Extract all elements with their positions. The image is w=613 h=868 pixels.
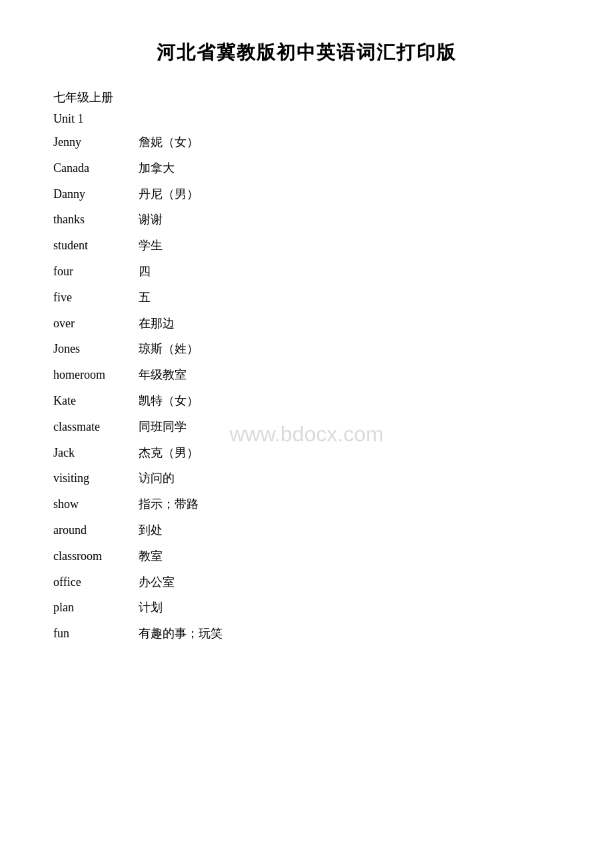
list-item: Danny丹尼（男） [53, 185, 560, 204]
vocab-chinese: 加拿大 [139, 159, 175, 178]
vocab-english: classroom [53, 547, 133, 566]
list-item: Jenny詹妮（女） [53, 133, 560, 152]
vocab-chinese: 杰克（男） [139, 443, 199, 463]
vocab-chinese: 同班同学 [139, 417, 187, 437]
list-item: Kate凯特（女） [53, 391, 560, 411]
vocab-english: show [53, 495, 133, 514]
vocab-english: Canada [53, 159, 133, 178]
vocab-chinese: 凯特（女） [139, 391, 199, 411]
vocab-chinese: 教室 [139, 547, 163, 566]
vocab-english: around [53, 521, 133, 540]
vocab-chinese: 四 [139, 262, 151, 281]
vocab-chinese: 年级教室 [139, 365, 187, 385]
vocab-chinese: 计划 [139, 598, 163, 617]
vocab-chinese: 琼斯（姓） [139, 339, 199, 359]
vocab-english: Jack [53, 443, 133, 463]
list-item: visiting访问的 [53, 469, 560, 488]
vocab-english: fun [53, 624, 133, 643]
vocab-english: thanks [53, 210, 133, 229]
list-item: four四 [53, 262, 560, 281]
list-item: show指示；带路 [53, 495, 560, 514]
vocab-chinese: 谢谢 [139, 210, 163, 229]
vocab-english: Jenny [53, 133, 133, 152]
list-item: Canada加拿大 [53, 159, 560, 178]
vocab-chinese: 在那边 [139, 314, 175, 333]
vocab-list: Jenny詹妮（女）Canada加拿大Danny丹尼（男）thanks谢谢stu… [53, 133, 560, 643]
vocab-english: Danny [53, 185, 133, 204]
vocab-chinese: 学生 [139, 236, 163, 255]
vocab-english: five [53, 288, 133, 307]
list-item: five五 [53, 288, 560, 307]
list-item: student学生 [53, 236, 560, 255]
page-title: 河北省冀教版初中英语词汇打印版 [53, 40, 560, 65]
vocab-english: four [53, 262, 133, 281]
list-item: Jones琼斯（姓） [53, 339, 560, 359]
list-item: Jack杰克（男） [53, 443, 560, 463]
vocab-chinese: 五 [139, 288, 151, 307]
vocab-english: Jones [53, 339, 133, 359]
unit-header: Unit 1 [53, 112, 560, 126]
vocab-chinese: 到处 [139, 521, 163, 540]
vocab-chinese: 指示；带路 [139, 495, 199, 514]
vocab-english: homeroom [53, 365, 133, 385]
vocab-english: classmate [53, 417, 133, 437]
list-item: office办公室 [53, 573, 560, 592]
list-item: around到处 [53, 521, 560, 540]
list-item: plan计划 [53, 598, 560, 617]
vocab-english: over [53, 314, 133, 333]
vocab-english: plan [53, 598, 133, 617]
grade-section: 七年级上册 [53, 89, 560, 105]
vocab-chinese: 詹妮（女） [139, 133, 199, 152]
vocab-english: student [53, 236, 133, 255]
list-item: classroom教室 [53, 547, 560, 566]
list-item: thanks谢谢 [53, 210, 560, 229]
vocab-chinese: 办公室 [139, 573, 175, 592]
list-item: homeroom年级教室 [53, 365, 560, 385]
list-item: classmate同班同学 [53, 417, 560, 437]
vocab-chinese: 有趣的事；玩笑 [139, 624, 223, 643]
vocab-english: Kate [53, 391, 133, 411]
vocab-chinese: 访问的 [139, 469, 175, 488]
vocab-english: visiting [53, 469, 133, 488]
vocab-english: office [53, 573, 133, 592]
vocab-chinese: 丹尼（男） [139, 185, 199, 204]
list-item: over在那边 [53, 314, 560, 333]
list-item: fun有趣的事；玩笑 [53, 624, 560, 643]
